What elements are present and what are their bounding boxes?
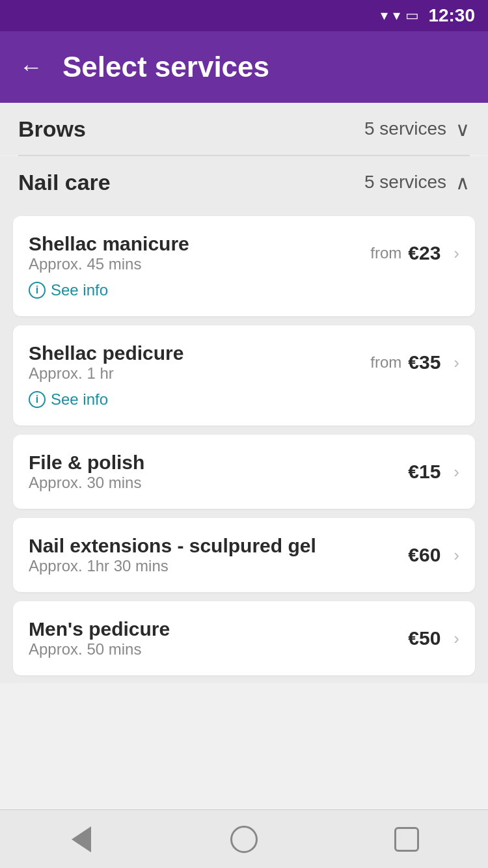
brows-section-title: Brows (18, 116, 86, 142)
nail-care-chevron-icon: ∧ (455, 171, 470, 194)
service-arrow-icon: › (454, 353, 459, 373)
service-price: €15 (408, 461, 441, 483)
info-circle-icon: i (29, 391, 46, 408)
service-name: Men's pedicure (29, 618, 170, 640)
signal-icon: ▾ (393, 7, 400, 24)
service-arrow-icon: › (454, 545, 459, 565)
nail-care-section-header[interactable]: Nail care 5 services ∧ (0, 156, 488, 208)
service-card-row: Nail extensions - sculpured gel Approx. … (29, 535, 459, 575)
service-card-file-polish[interactable]: File & polish Approx. 30 mins €15 › (13, 435, 475, 509)
info-circle-icon: i (29, 282, 46, 299)
nav-back-button[interactable] (62, 820, 101, 859)
service-arrow-icon: › (454, 462, 459, 482)
home-nav-icon (230, 826, 258, 853)
back-nav-icon (72, 826, 91, 852)
service-card-mens-pedicure[interactable]: Men's pedicure Approx. 50 mins €50 › (13, 601, 475, 675)
service-duration: Approx. 1 hr (29, 364, 183, 383)
service-from-label: from (370, 244, 401, 262)
service-info: File & polish Approx. 30 mins (29, 452, 144, 492)
see-info-label: See info (51, 281, 108, 299)
service-price: €50 (408, 627, 441, 649)
status-icons: ▾ ▾ ▭ 12:30 (381, 5, 475, 26)
see-info-button[interactable]: i See info (29, 281, 459, 299)
nav-recent-button[interactable] (387, 820, 426, 859)
service-info: Shellac pedicure Approx. 1 hr (29, 342, 183, 383)
service-price: €60 (408, 544, 441, 566)
service-card-nail-extensions[interactable]: Nail extensions - sculpured gel Approx. … (13, 518, 475, 592)
brows-section-header[interactable]: Brows 5 services ∨ (0, 103, 488, 155)
service-price-row: €15 › (408, 461, 459, 483)
service-name: Nail extensions - sculpured gel (29, 535, 316, 557)
service-price-row: €60 › (408, 544, 459, 566)
service-price-row: from €35 › (370, 351, 459, 373)
service-info: Shellac manicure Approx. 45 mins (29, 233, 189, 273)
brows-chevron-icon: ∨ (455, 118, 470, 141)
service-card-shellac-manicure[interactable]: Shellac manicure Approx. 45 mins from €2… (13, 216, 475, 316)
battery-icon: ▭ (405, 7, 419, 24)
see-info-label: See info (51, 390, 108, 409)
wifi-icon: ▾ (381, 7, 388, 24)
nav-home-button[interactable] (224, 820, 264, 859)
service-duration: Approx. 30 mins (29, 474, 144, 492)
service-price-row: from €23 › (370, 242, 459, 264)
status-time: 12:30 (428, 5, 475, 26)
service-arrow-icon: › (454, 629, 459, 649)
service-card-row: Shellac pedicure Approx. 1 hr from €35 › (29, 342, 459, 383)
service-card-row: Shellac manicure Approx. 45 mins from €2… (29, 233, 459, 273)
service-price: €23 (408, 242, 441, 264)
service-duration: Approx. 1hr 30 mins (29, 557, 316, 575)
header: ← Select services (0, 31, 488, 103)
service-info: Nail extensions - sculpured gel Approx. … (29, 535, 316, 575)
service-card-row: Men's pedicure Approx. 50 mins €50 › (29, 618, 459, 658)
bottom-spacer (0, 683, 488, 748)
page-title: Select services (62, 51, 269, 83)
service-name: Shellac pedicure (29, 342, 183, 364)
service-duration: Approx. 45 mins (29, 255, 189, 273)
recent-nav-icon (394, 827, 419, 852)
bottom-nav (0, 809, 488, 868)
service-duration: Approx. 50 mins (29, 640, 170, 658)
service-card-row: File & polish Approx. 30 mins €15 › (29, 452, 459, 492)
service-info: Men's pedicure Approx. 50 mins (29, 618, 170, 658)
service-price: €35 (408, 351, 441, 373)
service-from-label: from (370, 353, 401, 372)
service-arrow-icon: › (454, 243, 459, 264)
service-name: Shellac manicure (29, 233, 189, 255)
service-list: Shellac manicure Approx. 45 mins from €2… (0, 208, 488, 683)
nail-care-service-count: 5 services (364, 172, 446, 193)
brows-section-right: 5 services ∨ (364, 118, 470, 141)
brows-service-count: 5 services (364, 118, 446, 139)
service-name: File & polish (29, 452, 144, 474)
service-price-row: €50 › (408, 627, 459, 649)
back-button[interactable]: ← (20, 53, 43, 81)
status-bar: ▾ ▾ ▭ 12:30 (0, 0, 488, 31)
see-info-button[interactable]: i See info (29, 390, 459, 409)
service-card-shellac-pedicure[interactable]: Shellac pedicure Approx. 1 hr from €35 ›… (13, 325, 475, 426)
nail-care-section-right: 5 services ∧ (364, 171, 470, 194)
nail-care-section-title: Nail care (18, 170, 111, 195)
